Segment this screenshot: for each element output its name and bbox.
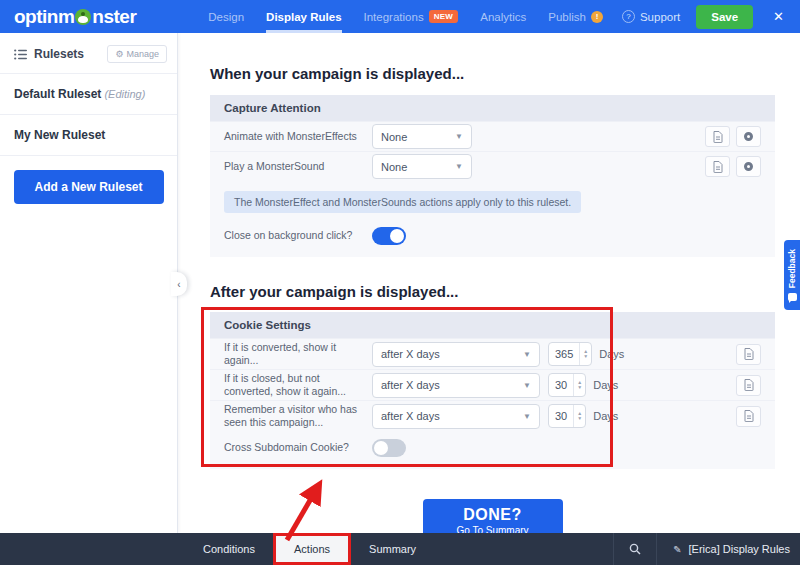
- nav-tab-display-rules[interactable]: Display Rules: [266, 0, 341, 33]
- converted-days-input[interactable]: 365 ▲▼: [548, 342, 592, 366]
- cross-subdomain-row: Cross Subdomain Cookie?: [210, 431, 775, 469]
- pencil-icon: ✎: [673, 544, 681, 555]
- support-button[interactable]: ? Support: [622, 10, 680, 23]
- logo-text-prefix: optinm: [14, 6, 74, 28]
- cross-subdomain-toggle[interactable]: [372, 439, 406, 457]
- support-label: Support: [640, 11, 680, 23]
- bottombar-right-group: ✎ [Erica] Display Rules: [613, 533, 800, 565]
- docs-icon-button[interactable]: [736, 375, 761, 396]
- converted-cookie-value: after X days: [381, 348, 440, 360]
- monstereffects-selected-value: None: [381, 131, 407, 143]
- cookie-settings-header: Cookie Settings: [210, 312, 775, 338]
- main-nav: Design Display Rules Integrations NEW An…: [208, 0, 603, 33]
- gear-icon: ⚙: [115, 49, 123, 59]
- nav-tab-analytics[interactable]: Analytics: [480, 0, 526, 33]
- document-icon: [744, 410, 754, 422]
- sidebar-collapse-handle[interactable]: ‹: [171, 272, 187, 296]
- days-unit-label: Days: [593, 379, 618, 391]
- list-icon: [14, 49, 27, 60]
- campaign-name-button[interactable]: ✎ [Erica] Display Rules: [657, 533, 800, 565]
- closed-cookie-value: after X days: [381, 379, 440, 391]
- rulesets-sidebar: Rulesets ⚙ Manage Default Ruleset (Editi…: [0, 33, 178, 533]
- ruleset-name: My New Ruleset: [14, 128, 105, 142]
- bottom-bar: Conditions Actions Summary ✎ [Erica] Dis…: [0, 533, 800, 565]
- monstersound-select[interactable]: None ▼: [372, 154, 472, 179]
- sidebar-title: Rulesets: [34, 47, 84, 61]
- docs-icon-button[interactable]: [736, 344, 761, 365]
- tab-conditions[interactable]: Conditions: [185, 533, 273, 565]
- chevron-down-icon: ▼: [523, 381, 531, 390]
- ruleset-name: Default Ruleset: [14, 87, 101, 101]
- manage-label: Manage: [126, 49, 159, 59]
- nav-tab-display-rules-label: Display Rules: [266, 11, 341, 23]
- nav-tab-integrations[interactable]: Integrations NEW: [364, 0, 459, 33]
- remember-visitor-select[interactable]: after X days ▼: [372, 404, 540, 429]
- logo-text-suffix: nster: [92, 6, 136, 28]
- converted-cookie-row: If it is converted, show it again... aft…: [210, 338, 775, 369]
- converted-days-value: 365: [549, 343, 579, 365]
- nav-tab-design-label: Design: [208, 11, 244, 23]
- tab-summary[interactable]: Summary: [351, 533, 434, 565]
- nav-tab-integrations-label: Integrations: [364, 11, 424, 23]
- circle-icon: [744, 132, 753, 141]
- display-rules-main: When your campaign is displayed... Captu…: [178, 33, 800, 533]
- monstersound-selected-value: None: [381, 161, 407, 173]
- document-icon: [713, 161, 723, 173]
- number-stepper[interactable]: ▲▼: [573, 374, 585, 396]
- chevron-left-icon: ‹: [177, 279, 180, 290]
- ruleset-editing-suffix: (Editing): [101, 88, 145, 100]
- nav-tab-publish-label: Publish: [548, 11, 586, 23]
- manage-button[interactable]: ⚙ Manage: [107, 45, 167, 63]
- remember-visitor-value: after X days: [381, 410, 440, 422]
- docs-icon-button[interactable]: [705, 156, 730, 177]
- document-icon: [713, 131, 723, 143]
- topbar-right-group: ? Support Save ✕: [622, 5, 788, 29]
- heading-after-displayed: After your campaign is displayed...: [210, 283, 775, 300]
- help-circle-button[interactable]: [736, 126, 761, 147]
- docs-icon-button[interactable]: [736, 406, 761, 427]
- monstereffects-select[interactable]: None ▼: [372, 124, 472, 149]
- closed-cookie-row: If it is closed, but not converted, show…: [210, 369, 775, 400]
- remember-days-input[interactable]: 30 ▲▼: [548, 404, 586, 428]
- monstersound-label: Play a MonsterSound: [224, 160, 372, 173]
- closed-cookie-select[interactable]: after X days ▼: [372, 373, 540, 398]
- number-stepper[interactable]: ▲▼: [573, 405, 585, 427]
- feedback-tab[interactable]: Feedback: [784, 240, 800, 310]
- optinmonster-logo[interactable]: optinmnster: [14, 6, 136, 28]
- chevron-down-icon: ▼: [523, 350, 531, 359]
- question-circle-icon: ?: [622, 10, 635, 23]
- capture-attention-panel: Capture Attention Animate with MonsterEf…: [210, 95, 775, 257]
- feedback-label: Feedback: [787, 249, 797, 288]
- number-stepper[interactable]: ▲▼: [579, 343, 591, 365]
- remember-visitor-row: Remember a visitor who has seen this cam…: [210, 400, 775, 431]
- closed-days-input[interactable]: 30 ▲▼: [548, 373, 586, 397]
- ruleset-note: The MonsterEffect and MonsterSounds acti…: [224, 191, 581, 213]
- nav-tab-design[interactable]: Design: [208, 0, 244, 33]
- docs-icon-button[interactable]: [705, 126, 730, 147]
- sidebar-header: Rulesets ⚙ Manage: [0, 33, 177, 74]
- monstersound-row: Play a MonsterSound None ▼: [210, 151, 775, 181]
- monstereffects-label: Animate with MonsterEffects: [224, 130, 372, 143]
- close-icon[interactable]: ✕: [769, 7, 788, 26]
- close-on-background-row: Close on background click?: [210, 219, 775, 257]
- sidebar-item-my-new-ruleset[interactable]: My New Ruleset: [0, 115, 177, 156]
- done-go-to-summary-button[interactable]: DONE? Go To Summary: [423, 499, 563, 533]
- help-circle-button[interactable]: [736, 156, 761, 177]
- add-new-ruleset-button[interactable]: Add a New Ruleset: [14, 170, 164, 204]
- sidebar-item-default-ruleset[interactable]: Default Ruleset (Editing): [0, 74, 177, 115]
- converted-cookie-select[interactable]: after X days ▼: [372, 342, 540, 367]
- save-button[interactable]: Save: [696, 5, 753, 29]
- nav-tab-analytics-label: Analytics: [480, 11, 526, 23]
- cookie-settings-panel: Cookie Settings If it is converted, show…: [210, 312, 775, 469]
- new-badge: NEW: [429, 10, 459, 23]
- document-icon: [744, 379, 754, 391]
- nav-tab-publish[interactable]: Publish !: [548, 0, 603, 33]
- chevron-down-icon: ▼: [455, 162, 463, 171]
- document-icon: [744, 348, 754, 360]
- days-unit-label: Days: [593, 410, 618, 422]
- search-button[interactable]: [613, 533, 657, 565]
- close-on-background-toggle[interactable]: [372, 227, 406, 245]
- chevron-down-icon: ▼: [523, 412, 531, 421]
- tab-actions[interactable]: Actions: [273, 533, 351, 565]
- heading-when-displayed: When your campaign is displayed...: [210, 65, 775, 82]
